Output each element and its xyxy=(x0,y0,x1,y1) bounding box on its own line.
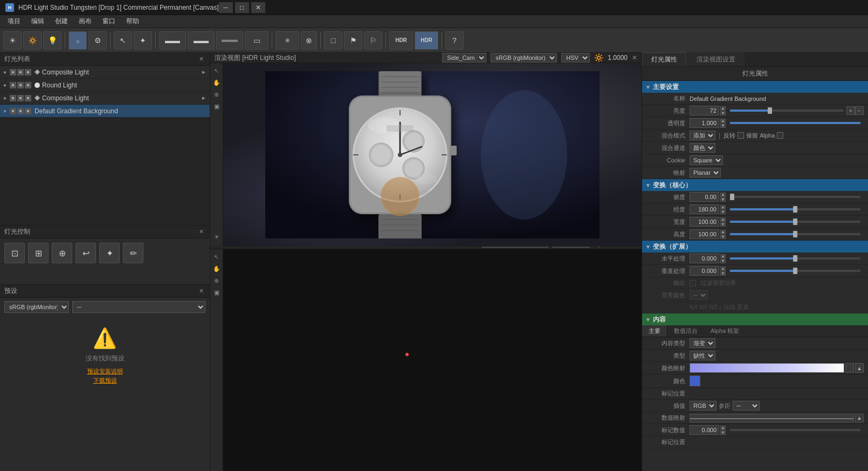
type-select[interactable]: 缺性 xyxy=(690,351,715,360)
render-tool-zoom[interactable]: ⊕ xyxy=(211,89,222,100)
pitch-up[interactable]: ▲ xyxy=(720,193,726,197)
v-offset-up[interactable]: ▲ xyxy=(720,267,726,271)
tool-btn-3[interactable]: 💡 xyxy=(43,31,61,50)
preset-color-space-select[interactable]: sRGB (rgbMonitor) xyxy=(4,301,69,313)
data-map-bar[interactable] xyxy=(690,414,854,422)
keep-alpha-checkbox[interactable] xyxy=(777,132,783,139)
vis-btn-b-1[interactable]: ■ xyxy=(17,82,24,88)
ctrl-add-btn[interactable]: ⊕ xyxy=(52,243,72,263)
ctrl-light-btn[interactable]: ✦ xyxy=(99,243,120,263)
canvas-tool-hand[interactable]: ✋ xyxy=(211,263,222,274)
tab-light-properties[interactable]: 灯光属性 xyxy=(642,52,686,66)
tool-btn-7[interactable]: ✦ xyxy=(134,31,152,50)
inner-content-header[interactable]: ▼ 内容 xyxy=(642,313,868,325)
tool-btn-4[interactable]: ⬦ xyxy=(68,31,87,50)
h-offset-input[interactable] xyxy=(690,254,719,263)
yaw-down[interactable]: ▼ xyxy=(720,210,726,214)
marker-val-slider[interactable] xyxy=(730,429,860,431)
vis-btn-a-0[interactable]: ■ xyxy=(10,69,16,76)
v-offset-down[interactable]: ▼ xyxy=(720,271,726,276)
light-item-1[interactable]: ● ■ ■ ■ Round Light xyxy=(0,79,210,92)
cookie-select[interactable]: Square xyxy=(690,155,723,165)
render-tool-hand[interactable]: ✋ xyxy=(211,77,222,88)
tool-btn-15[interactable]: ⚑ xyxy=(344,31,362,50)
intensity-input[interactable] xyxy=(690,106,719,115)
vis-btn-b-0[interactable]: ■ xyxy=(17,69,24,76)
opacity-slider[interactable] xyxy=(730,122,860,124)
tab-render-settings[interactable]: 渲染视图设置 xyxy=(687,52,745,66)
yaw-up[interactable]: ▲ xyxy=(720,205,726,209)
tool-btn-16[interactable]: ⚐ xyxy=(364,31,382,50)
reverse-checkbox[interactable] xyxy=(738,132,744,139)
ctrl-move-btn[interactable]: ⊞ xyxy=(28,243,49,263)
tool-btn-5[interactable]: ⚙ xyxy=(88,31,107,50)
project-select[interactable]: Planar xyxy=(690,168,721,178)
h-offset-down[interactable]: ▼ xyxy=(720,259,726,263)
v-offset-input[interactable] xyxy=(690,266,719,276)
v-offset-slider[interactable] xyxy=(730,270,860,272)
data-map-expand-btn[interactable]: ▲ xyxy=(855,414,864,422)
light-control-close[interactable]: ✕ xyxy=(197,228,205,236)
menu-project[interactable]: 项目 xyxy=(2,16,26,27)
intensity-down[interactable]: ▼ xyxy=(720,111,726,115)
opacity-down[interactable]: ▼ xyxy=(720,124,726,128)
inner-tab-data[interactable]: 数值活台 xyxy=(667,325,704,337)
color-swatch[interactable] xyxy=(690,376,700,386)
maximize-button[interactable]: □ xyxy=(235,2,249,13)
width-up[interactable]: ▲ xyxy=(720,217,726,222)
content-type-select[interactable]: 渐变 xyxy=(690,338,715,348)
light-item-0[interactable]: ● ■ ■ ■ Composite Light ► xyxy=(0,66,210,79)
color-gradient-bar[interactable] xyxy=(690,363,844,373)
tool-btn-12[interactable]: ⊕ xyxy=(275,31,299,50)
tool-btn-1[interactable]: ☀ xyxy=(3,31,22,50)
tool-btn-13[interactable]: ⊗ xyxy=(301,31,317,50)
vis-btn-a-2[interactable]: ■ xyxy=(10,95,16,101)
tool-btn-6[interactable]: ↖ xyxy=(114,31,132,50)
canvas-tool-frame[interactable]: ▣ xyxy=(211,287,222,298)
color-space-render-select[interactable]: sRGB (rgbMonitor) xyxy=(491,53,557,63)
preset-close[interactable]: ✕ xyxy=(197,287,205,296)
menu-canvas[interactable]: 画布 xyxy=(73,16,97,27)
render-tool-sun[interactable]: ☀ xyxy=(211,231,222,242)
vis-btn-a-3[interactable]: ■ xyxy=(10,108,16,114)
preset-install-link[interactable]: 预设安装说明 xyxy=(87,367,123,376)
light-list-close[interactable]: ✕ xyxy=(197,55,205,64)
transform-core-header[interactable]: ▼ 变换（核心） xyxy=(642,179,868,191)
blend-mode-select[interactable]: 添加 xyxy=(690,131,715,140)
marker-val-input[interactable] xyxy=(690,425,719,435)
ctrl-pen-btn[interactable]: ✏ xyxy=(123,243,143,263)
camera-select[interactable]: Side_Cam xyxy=(442,53,486,63)
main-settings-header[interactable]: ▼ 主要设置 xyxy=(642,81,868,93)
interp-select[interactable]: RGB xyxy=(690,401,717,411)
opacity-up[interactable]: ▲ xyxy=(720,119,726,123)
height-up[interactable]: ▲ xyxy=(720,230,726,234)
opacity-input[interactable] xyxy=(690,118,719,128)
pitch-input[interactable] xyxy=(690,192,719,202)
marker-val-down[interactable]: ▼ xyxy=(720,431,726,435)
tool-btn-9[interactable]: ▬▬ xyxy=(188,31,215,50)
light-item-3[interactable]: ● ■ ■ ■ Default Gradient Background xyxy=(0,105,210,118)
eye-icon-2[interactable]: ● xyxy=(3,95,6,101)
expand-arrow-0[interactable]: ► xyxy=(201,69,206,75)
intensity-add-btn[interactable]: + xyxy=(846,106,855,115)
pitch-down[interactable]: ▼ xyxy=(720,197,726,202)
menu-create[interactable]: 创建 xyxy=(50,16,73,27)
close-button[interactable]: ✕ xyxy=(251,2,265,13)
ctrl-select-btn[interactable]: ⊡ xyxy=(4,243,25,263)
yaw-slider[interactable] xyxy=(730,208,860,210)
blend-channel-select[interactable]: 颜色 xyxy=(690,143,715,153)
ctrl-undo-btn[interactable]: ↩ xyxy=(75,243,96,263)
render-viewport-close[interactable]: ✕ xyxy=(632,54,637,62)
tool-btn-14[interactable]: □ xyxy=(324,31,342,50)
expand-arrow-2[interactable]: ► xyxy=(201,95,206,101)
width-input[interactable] xyxy=(690,217,719,227)
height-slider[interactable] xyxy=(730,233,860,235)
tool-btn-10[interactable]: ═══ xyxy=(216,31,243,50)
eye-icon-1[interactable]: ● xyxy=(3,82,6,88)
tool-btn-11[interactable]: ▭ xyxy=(245,31,268,50)
pitch-slider[interactable] xyxy=(730,196,860,198)
vis-btn-c-0[interactable]: ■ xyxy=(25,69,31,76)
render-tool-cursor[interactable]: ↖ xyxy=(211,65,222,76)
tool-btn-hdr1[interactable]: HDR xyxy=(389,31,413,50)
tool-btn-2[interactable]: 🔅 xyxy=(23,31,42,50)
